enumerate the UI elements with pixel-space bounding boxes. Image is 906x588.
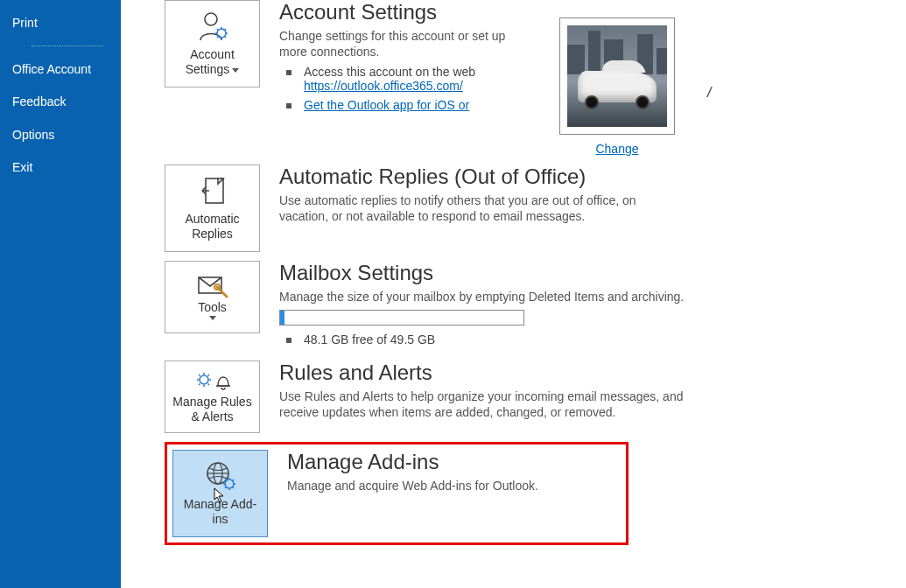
svg-line-21 bbox=[207, 374, 209, 376]
sidebar-label: Options bbox=[12, 128, 54, 142]
automatic-replies-tile[interactable]: Automatic Replies bbox=[165, 164, 260, 252]
svg-line-9 bbox=[224, 29, 226, 31]
section-desc: Manage and acquire Web Add-ins for Outlo… bbox=[287, 478, 621, 494]
sidebar-label: Office Account bbox=[12, 62, 91, 76]
section-desc: Change settings for this account or set … bbox=[279, 28, 533, 60]
automatic-replies-content: Automatic Replies (Out of Office) Use au… bbox=[279, 164, 871, 229]
outlook-web-link[interactable]: https://outlook.office365.com/ bbox=[304, 79, 463, 93]
rules-content: Rules and Alerts Use Rules and Alerts to… bbox=[279, 360, 871, 425]
reply-page-icon bbox=[197, 175, 228, 206]
section-desc: Use Rules and Alerts to help organize yo… bbox=[279, 388, 726, 420]
svg-line-34 bbox=[232, 480, 234, 481]
sidebar-item-feedback[interactable]: Feedback bbox=[0, 86, 121, 119]
section-title: Mailbox Settings bbox=[279, 261, 871, 285]
manage-addins-tile[interactable]: Manage Add-ins bbox=[172, 450, 268, 537]
envelope-wrench-icon bbox=[195, 274, 230, 298]
tile-label: Tools bbox=[193, 300, 232, 315]
svg-point-13 bbox=[200, 375, 208, 384]
backstage-sidebar: Print Office Account Feedback Options Ex… bbox=[0, 0, 121, 588]
section-automatic-replies: Automatic Replies Automatic Replies (Out… bbox=[165, 164, 871, 252]
sidebar-label: Exit bbox=[12, 160, 32, 174]
mailbox-storage-bar bbox=[279, 310, 524, 326]
tile-label: Account Settings bbox=[165, 47, 259, 77]
svg-line-32 bbox=[232, 487, 234, 489]
section-mailbox-settings: Tools Mailbox Settings Manage the size o… bbox=[165, 261, 871, 352]
svg-line-18 bbox=[199, 374, 200, 376]
svg-line-31 bbox=[225, 480, 227, 481]
chevron-down-icon bbox=[209, 316, 216, 320]
sidebar-divider bbox=[32, 46, 103, 46]
car-photo bbox=[567, 25, 667, 127]
tools-tile[interactable]: Tools bbox=[165, 261, 260, 333]
section-account-settings: Account Settings Account Settings Change… bbox=[165, 0, 871, 156]
section-rules-alerts: Manage Rules & Alerts Rules and Alerts U… bbox=[165, 360, 871, 433]
sidebar-item-office-account[interactable]: Office Account bbox=[0, 53, 121, 87]
section-desc: Manage the size of your mailbox by empty… bbox=[279, 289, 717, 304]
mailbox-content: Mailbox Settings Manage the size of your… bbox=[279, 261, 871, 352]
get-app-link[interactable]: Get the Outlook app for iOS or bbox=[304, 98, 469, 112]
rules-alerts-tile[interactable]: Manage Rules & Alerts bbox=[165, 360, 260, 433]
svg-line-7 bbox=[224, 37, 226, 38]
mouse-cursor bbox=[214, 487, 226, 506]
storage-fill bbox=[280, 311, 284, 325]
section-title: Account Settings bbox=[279, 0, 533, 24]
sidebar-label: Print bbox=[12, 16, 38, 30]
change-photo-link[interactable]: Change bbox=[595, 142, 638, 156]
bullet-access-web: Access this account on the web https://o… bbox=[279, 65, 533, 93]
sidebar-item-print[interactable]: Print bbox=[0, 7, 121, 40]
account-photo-block: Change bbox=[559, 18, 675, 156]
person-gear-icon bbox=[195, 10, 230, 42]
storage-text: 48.1 GB free of 49.5 GB bbox=[279, 332, 871, 346]
account-photo-frame[interactable] bbox=[559, 18, 675, 135]
tile-label: Manage Rules & Alerts bbox=[165, 395, 259, 424]
sidebar-label: Feedback bbox=[12, 94, 66, 108]
sidebar-item-options[interactable]: Options bbox=[0, 119, 121, 152]
gear-bell-icon bbox=[193, 370, 232, 393]
section-title: Rules and Alerts bbox=[279, 360, 871, 385]
main-content: / Account Settings Account Settings Chan… bbox=[121, 0, 906, 588]
addins-highlight: Manage Add-ins Manage Add-ins Manage and… bbox=[165, 442, 629, 545]
svg-line-8 bbox=[217, 37, 219, 38]
svg-line-6 bbox=[217, 29, 219, 31]
section-title: Manage Add-ins bbox=[287, 450, 621, 474]
section-desc: Use automatic replies to notify others t… bbox=[279, 192, 682, 224]
tile-label: Automatic Replies bbox=[165, 212, 259, 242]
svg-line-19 bbox=[207, 383, 209, 385]
section-title: Automatic Replies (Out of Office) bbox=[279, 164, 871, 189]
account-settings-content: Account Settings Change settings for thi… bbox=[279, 0, 533, 117]
svg-line-20 bbox=[199, 383, 200, 385]
stray-link-char: / bbox=[707, 85, 711, 101]
sidebar-item-exit[interactable]: Exit bbox=[0, 151, 121, 185]
account-settings-tile[interactable]: Account Settings bbox=[165, 0, 260, 88]
addins-content: Manage Add-ins Manage and acquire Web Ad… bbox=[287, 450, 621, 499]
svg-point-0 bbox=[205, 13, 217, 25]
section-manage-addins: Manage Add-ins Manage Add-ins Manage and… bbox=[172, 450, 621, 537]
chevron-down-icon bbox=[232, 68, 239, 73]
bullet-get-app: Get the Outlook app for iOS or bbox=[279, 98, 533, 112]
